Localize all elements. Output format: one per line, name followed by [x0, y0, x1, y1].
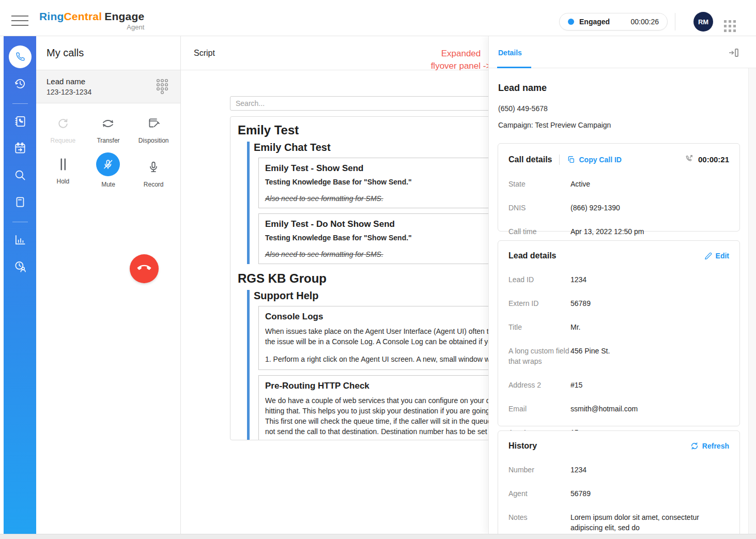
detail-row: A long custom field that wraps 456 Pine … [508, 346, 729, 366]
sidebar-item-callbacks[interactable] [4, 136, 36, 163]
record-label: Record [144, 181, 164, 188]
hamburger-menu-icon[interactable] [11, 16, 28, 26]
logo-engage: Engage [104, 10, 144, 22]
hangup-phone-icon [136, 260, 152, 278]
details-lead-summary: Lead name (650) 449-5678 Campaign: Test … [489, 68, 756, 129]
details-lead-phone: (650) 449-5678 [498, 104, 747, 113]
detail-row: Notes Lorem ipsum dolor sit amet, consec… [508, 512, 729, 533]
script-title: Script [194, 49, 215, 58]
status-label: Engaged [579, 18, 610, 26]
bottom-scrollbar-strip[interactable] [0, 534, 756, 539]
hangup-button[interactable] [130, 254, 159, 283]
status-dot-icon [568, 19, 574, 25]
agent-clock-icon [13, 260, 27, 275]
collapse-panel-icon[interactable] [728, 48, 739, 60]
history-icon [13, 77, 27, 93]
detail-row: Number 1234 [508, 465, 729, 475]
app-window: RingCentralEngage Agent Engaged 00:00:26… [0, 0, 756, 539]
edit-lead-link[interactable]: Edit [704, 252, 729, 260]
detail-row: Lead ID 1234 [508, 274, 729, 285]
hold-button[interactable]: Hold [40, 158, 86, 188]
lead-details-card: Lead details Edit Lead ID 1234 Extern ID… [498, 240, 740, 426]
sidebar-item-scripts[interactable] [4, 190, 36, 217]
mute-mic-icon [96, 152, 120, 176]
sidebar-item-calls[interactable] [4, 43, 36, 70]
refresh-history-link[interactable]: Refresh [690, 442, 729, 450]
rail-divider [12, 222, 28, 222]
call-lead-number: 123-123-1234 [47, 88, 91, 96]
copy-call-id-link[interactable]: Copy Call ID [567, 156, 621, 164]
requeue-button: Requeue [40, 117, 86, 144]
phone-icon [9, 45, 32, 68]
calendar-arrow-icon [13, 142, 27, 157]
transfer-button[interactable]: Transfer [86, 117, 131, 144]
logo-subtitle: Agent [39, 23, 144, 31]
my-calls-panel: My calls Lead name 123-123-1234 [36, 36, 181, 534]
call-details-title: Call details [508, 155, 552, 164]
call-timer: 00:00:21 [698, 155, 729, 164]
disposition-label: Disposition [138, 137, 169, 144]
sidebar-item-phonebook[interactable] [4, 109, 36, 136]
requeue-icon [56, 117, 70, 132]
apps-grid-icon[interactable] [724, 20, 738, 34]
call-controls: Requeue Transfer Disposition Hold [36, 117, 180, 188]
refresh-icon [690, 442, 699, 450]
status-timer: 00:00:26 [631, 18, 659, 26]
logo-ring: Ring [39, 10, 64, 22]
tab-details[interactable]: Details [498, 49, 522, 57]
agent-status-pill[interactable]: Engaged 00:00:26 [559, 13, 668, 30]
requeue-label: Requeue [50, 137, 75, 144]
details-flyover-panel: Details Lead name (650) 449-5678 Campaig… [488, 36, 756, 534]
sidebar-item-stats[interactable] [4, 227, 36, 254]
logo-central: Central [64, 10, 102, 22]
detail-row: Email ssmith@hotmail.com [508, 404, 729, 414]
history-title: History [508, 441, 537, 451]
detail-row: DNIS (866) 929-1390 [508, 203, 729, 213]
phonebook-icon [13, 115, 27, 130]
rail-divider [12, 103, 28, 104]
search-icon [13, 168, 27, 184]
transfer-icon [101, 117, 115, 132]
record-mic-icon [147, 161, 160, 176]
annotation-expanded-flyover: Expanded flyover panel -> [430, 48, 492, 72]
detail-row: Extern ID 56789 [508, 298, 729, 309]
detail-row: Call time Apr 13, 2022 12:50 pm [508, 226, 729, 237]
detail-row: Agent 56789 [508, 488, 729, 499]
sidebar-item-history[interactable] [4, 71, 36, 98]
mute-button[interactable]: Mute [86, 158, 131, 188]
outbound-call-icon [685, 154, 693, 165]
document-icon [13, 195, 27, 211]
avatar[interactable]: RM [693, 12, 713, 32]
record-button[interactable]: Record [131, 158, 176, 188]
my-calls-title: My calls [47, 47, 84, 59]
left-navigation-rail [4, 36, 36, 534]
hold-label: Hold [56, 178, 69, 185]
history-card: History Refresh Number 1234 Agent 56789 [498, 430, 740, 534]
call-lead-name: Lead name [47, 77, 91, 86]
dialpad-icon[interactable] [155, 78, 170, 96]
copy-icon [567, 156, 575, 164]
detail-row: State Active [508, 179, 729, 189]
bar-chart-icon [13, 233, 27, 249]
details-tabbar: Details [489, 36, 756, 68]
top-header: RingCentralEngage Agent Engaged 00:00:26… [0, 5, 756, 36]
hold-icon [56, 158, 70, 173]
details-campaign: Campaign: Test Preview Campaign [498, 121, 747, 129]
vertical-divider [559, 155, 560, 165]
disposition-button[interactable]: Disposition [131, 117, 176, 144]
my-calls-header: My calls [36, 36, 180, 70]
script-search-input[interactable] [230, 96, 519, 111]
sidebar-item-search[interactable] [4, 163, 36, 190]
details-lead-name: Lead name [498, 83, 747, 94]
transfer-label: Transfer [97, 137, 119, 144]
active-call-list-item[interactable]: Lead name 123-123-1234 [36, 70, 180, 103]
lead-details-title: Lead details [508, 251, 556, 260]
header-divider [675, 13, 675, 30]
mute-label: Mute [101, 181, 115, 188]
sidebar-item-agent-activity[interactable] [4, 254, 36, 281]
disposition-icon [147, 117, 160, 132]
call-details-card: Call details Copy Call ID 00:00:21 State [498, 143, 740, 232]
details-scrollbar[interactable] [748, 68, 756, 534]
detail-row: Address 2 #15 [508, 380, 729, 390]
ringcentral-engage-logo: RingCentralEngage Agent [39, 10, 144, 31]
